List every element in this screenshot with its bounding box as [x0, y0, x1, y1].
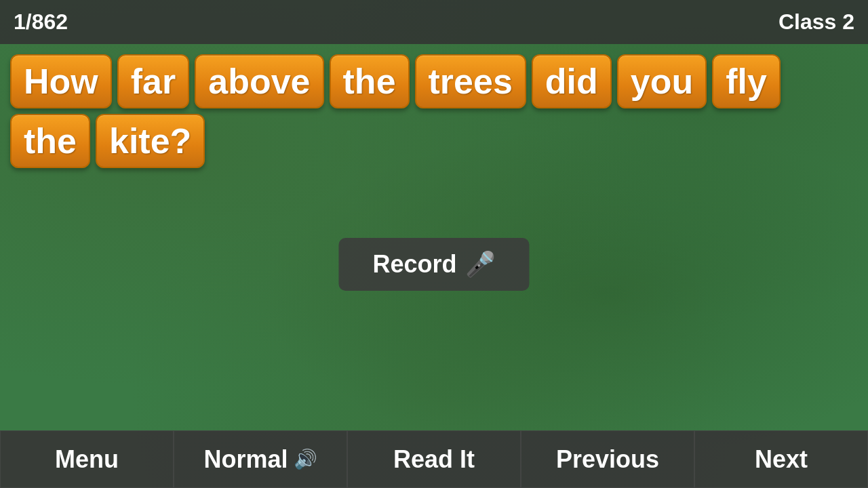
read-it-button[interactable]: Read It: [347, 430, 521, 488]
menu-label: Menu: [55, 445, 119, 474]
word-tile-word-6[interactable]: did: [532, 54, 612, 108]
word-tile-word-7[interactable]: you: [617, 54, 707, 108]
next-button[interactable]: Next: [694, 430, 868, 488]
mic-icon: 🎤: [465, 250, 496, 279]
word-tile-word-8[interactable]: fly: [712, 54, 781, 108]
previous-label: Previous: [556, 445, 659, 474]
record-button[interactable]: Record 🎤: [338, 238, 529, 291]
word-tile-word-1[interactable]: How: [10, 54, 112, 108]
read-it-label: Read It: [393, 445, 475, 474]
normal-label: Normal: [203, 445, 288, 474]
bottom-bar: Menu Normal 🔊 Read It Previous Next: [0, 430, 868, 488]
record-label: Record: [372, 250, 456, 279]
word-tile-word-9[interactable]: the: [10, 114, 90, 168]
word-tile-word-2[interactable]: far: [117, 54, 189, 108]
word-tile-word-3[interactable]: above: [195, 54, 323, 108]
word-tile-word-10[interactable]: kite?: [96, 114, 205, 168]
words-area: Howfarabovethetreesdidyouflythekite?: [7, 51, 861, 171]
word-tile-word-5[interactable]: trees: [415, 54, 526, 108]
page-counter: 1/862: [14, 9, 68, 35]
word-tile-word-4[interactable]: the: [330, 54, 410, 108]
menu-button[interactable]: Menu: [0, 430, 174, 488]
top-bar: 1/862 Class 2: [0, 0, 868, 44]
normal-button[interactable]: Normal 🔊: [174, 430, 347, 488]
record-container: Record 🎤: [338, 238, 529, 291]
previous-button[interactable]: Previous: [521, 430, 694, 488]
class-label: Class 2: [778, 9, 854, 35]
next-label: Next: [755, 445, 808, 474]
speaker-icon: 🔊: [294, 448, 317, 470]
